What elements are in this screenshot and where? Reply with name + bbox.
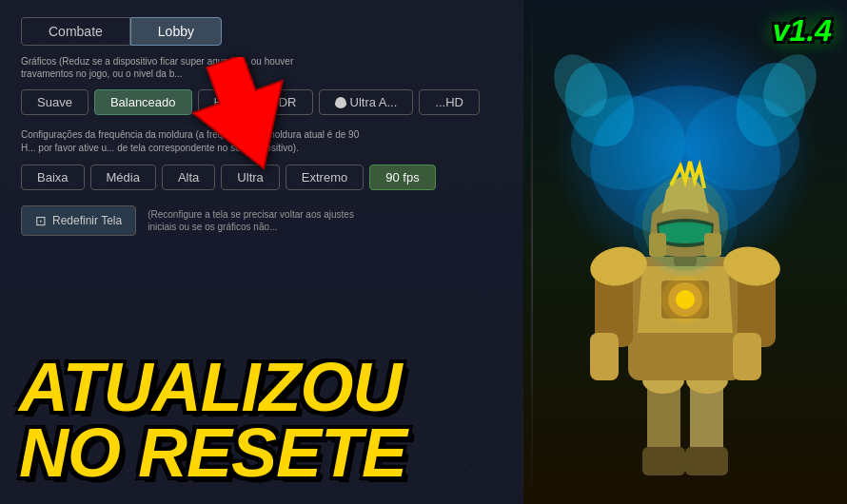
svg-point-28	[661, 276, 709, 323]
svg-marker-0	[190, 57, 305, 184]
version-badge: v1.4	[773, 13, 832, 48]
tab-lobby[interactable]: Lobby	[130, 17, 222, 46]
overlay-line2: NO RESETE	[19, 420, 514, 485]
reset-icon: ⊡	[35, 213, 47, 228]
character-illustration	[533, 48, 837, 504]
svg-rect-22	[733, 333, 761, 380]
svg-rect-19	[590, 333, 619, 380]
big-text-overlay: ATUALIZOU NO RESETE	[0, 345, 533, 504]
arrow-container	[190, 57, 305, 190]
svg-rect-12	[642, 447, 685, 475]
svg-point-29	[633, 171, 738, 276]
reset-row: ⊡ Redefinir Tela (Reconfigure a tela se …	[21, 205, 512, 236]
reset-button-label: Redefinir Tela	[52, 214, 122, 227]
reset-description: (Reconfigure a tela se precisar voltar a…	[148, 208, 357, 233]
tab-combate[interactable]: Combate	[21, 17, 130, 46]
character-container	[533, 48, 837, 504]
red-arrow-icon	[190, 57, 305, 190]
tabs-row: Combate Lobby	[21, 17, 512, 46]
fps-btn-baixa[interactable]: Baixa	[21, 165, 85, 190]
left-panel: Combate Lobby Gráficos (Reduz se a dispo…	[0, 0, 533, 504]
svg-rect-13	[685, 447, 728, 475]
graphics-btn-extremehd[interactable]: ...HD	[419, 89, 480, 115]
graphics-btn-balanceado[interactable]: Balanceado	[94, 89, 192, 115]
overlay-line1: ATUALIZOU	[19, 355, 514, 419]
fps-btn-media[interactable]: Média	[90, 165, 156, 190]
fps-btn-90[interactable]: 90 fps	[369, 165, 435, 190]
right-panel: v1.4	[523, 0, 847, 504]
reset-button[interactable]: ⊡ Redefinir Tela	[21, 205, 136, 236]
graphics-btn-suave[interactable]: Suave	[21, 89, 89, 115]
graphics-btn-ultra[interactable]: Ultra A...	[319, 89, 414, 115]
mic-icon	[335, 97, 346, 108]
